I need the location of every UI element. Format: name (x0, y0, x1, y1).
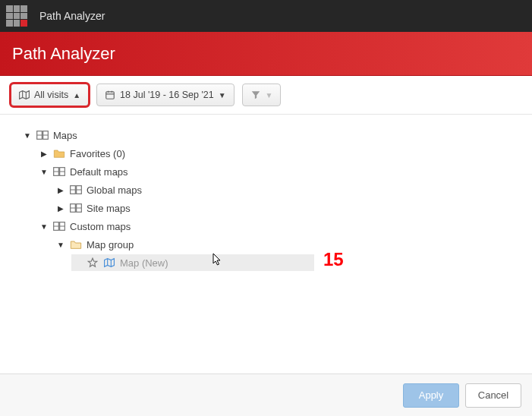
expand-icon[interactable]: ▶ (56, 186, 65, 194)
tree-node-site-maps[interactable]: ▶ Site maps (55, 200, 517, 216)
apply-button[interactable]: Apply (403, 383, 459, 408)
date-range-label: 18 Jul '19 - 16 Sep '21 (120, 90, 214, 100)
app-logo-icon (6, 5, 27, 27)
folder-icon (70, 238, 82, 251)
maps-icon (53, 220, 65, 232)
tree-node-global-maps[interactable]: ▶ Global maps (55, 181, 517, 198)
visits-filter-button[interactable]: All visits ▲ (11, 84, 89, 106)
filter-button[interactable]: ▼ (242, 84, 282, 106)
tree-label: Global maps (87, 184, 142, 196)
dialog-footer: Apply Cancel (0, 373, 532, 416)
tree-node-map-group[interactable]: ▼ Map group (55, 236, 517, 253)
maps-icon (70, 184, 82, 196)
collapse-icon[interactable]: ▼ (39, 168, 49, 176)
tree-label: Map group (87, 239, 134, 251)
tree-label: Custom maps (70, 221, 131, 232)
tree-node-default-maps[interactable]: ▼ Default maps (38, 163, 517, 180)
page-title: Path Analyzer (0, 32, 532, 76)
map-tree-panel: ▼ Maps ▶ Favorites (0) (0, 115, 532, 365)
collapse-icon[interactable]: ▼ (23, 131, 32, 140)
maps-icon (53, 165, 65, 178)
expand-icon[interactable]: ▶ (39, 150, 49, 158)
tree-label: Site maps (87, 203, 131, 214)
star-outline-icon[interactable] (87, 257, 99, 269)
cancel-button[interactable]: Cancel (465, 383, 521, 408)
chevron-up-icon: ▲ (73, 91, 80, 99)
tree-label: Map (New) (120, 257, 168, 269)
chevron-down-icon: ▼ (219, 91, 226, 99)
calendar-icon (105, 90, 115, 100)
maps-icon (70, 202, 82, 214)
visits-filter-label: All visits (34, 90, 68, 100)
app-title: Path Analyzer (39, 10, 105, 22)
maps-icon (36, 129, 49, 141)
tree-node-custom-maps[interactable]: ▼ Custom maps (38, 218, 517, 235)
tree-node-maps[interactable]: ▼ Maps (21, 127, 517, 143)
collapse-icon[interactable]: ▼ (39, 222, 49, 231)
chevron-down-icon: ▼ (266, 91, 273, 99)
expand-icon[interactable]: ▶ (56, 204, 65, 213)
map-item-icon (103, 257, 115, 269)
collapse-icon[interactable]: ▼ (56, 241, 65, 249)
tree-label: Maps (53, 130, 77, 141)
tree-node-favorites[interactable]: ▶ Favorites (0) (38, 145, 517, 162)
app-top-bar: Path Analyzer (0, 0, 532, 32)
map-icon (19, 90, 30, 100)
tree-label: Default maps (70, 166, 128, 178)
date-range-button[interactable]: 18 Jul '19 - 16 Sep '21 ▼ (96, 84, 235, 106)
toolbar: All visits ▲ 18 Jul '19 - 16 Sep '21 ▼ ▼ (0, 76, 532, 115)
funnel-icon (250, 90, 261, 100)
tree-node-map-new[interactable]: ▶ Map (New) (71, 254, 314, 271)
svg-rect-0 (106, 92, 115, 99)
folder-icon (53, 147, 65, 159)
tree-label: Favorites (0) (70, 148, 125, 159)
